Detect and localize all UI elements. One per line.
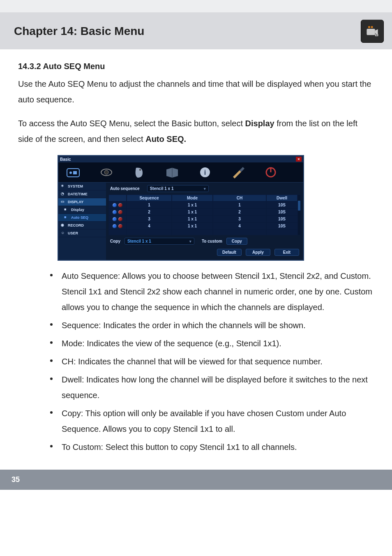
svg-rect-4 [376, 35, 378, 36]
table-row[interactable]: 1 1 x 1 1 10S [108, 202, 297, 208]
svg-point-0 [368, 26, 370, 28]
toolbar-eye-icon[interactable] [96, 165, 117, 180]
cell-seq: 4 [127, 222, 172, 229]
page-footer: 35 [0, 470, 392, 490]
clock-icon: ◔ [61, 192, 66, 197]
table-row[interactable]: 2 1 x 1 2 10S [108, 208, 297, 215]
cell-dwell: 10S [266, 215, 297, 222]
cell-seq: 3 [127, 215, 172, 222]
sidebar-label-user: USER [68, 231, 78, 235]
sidebar-label-display: DISPLAY [68, 200, 83, 204]
section-heading: 14.3.2 Auto SEQ Menu [18, 62, 374, 71]
autoseq-dropdown-value: Stencil 1 x 1 [150, 186, 174, 191]
sidebar-item-user[interactable]: ☺USER [58, 229, 106, 237]
sidebar-item-record[interactable]: ◉RECORD [58, 222, 106, 229]
svg-point-6 [69, 171, 72, 174]
row-dot-icon[interactable] [118, 224, 122, 228]
bullet-title: Mode: [62, 339, 85, 348]
sidebar-item-system[interactable]: ✶SYSTEM [58, 183, 106, 190]
bullet-text: allows you to change the sequence in whi… [62, 303, 324, 312]
sequence-table: Sequence Mode CH Dwell 1 1 x 1 1 [108, 195, 301, 235]
sidebar-label-system: SYSTEM [68, 184, 83, 188]
bullet-title: To Custom: [62, 442, 103, 452]
cell-ch: 1 [213, 202, 266, 208]
default-button[interactable]: Default [217, 249, 242, 256]
cell-mode: 1 x 1 [172, 222, 213, 229]
toolbar-brush-icon[interactable] [228, 165, 248, 180]
ui-sidebar: ✶SYSTEM ◔DATE/TIME ▭DISPLAY ■Display ■Au… [58, 183, 106, 260]
cell-dwell: 10S [266, 202, 297, 208]
toolbar-shapes-icon[interactable] [63, 165, 84, 180]
svg-point-10 [139, 169, 141, 171]
sidebar-label-display-sub: Display [71, 208, 84, 212]
cell-seq: 1 [127, 202, 172, 208]
copy-label: Copy [110, 239, 120, 243]
cell-mode: 1 x 1 [172, 215, 213, 222]
bullet-text: Allows you to choose between Stencil 1x1… [120, 271, 371, 280]
sidebar-label-autoseq-sub: Auto SEQ [71, 215, 88, 220]
row-dot-icon[interactable] [113, 224, 117, 228]
tocustom-label: To custom [202, 239, 222, 243]
col-ch: CH [213, 195, 266, 202]
bullet-autosequence: Auto Sequence: Allows you to choose betw… [48, 268, 374, 317]
exit-button[interactable]: Exit [274, 249, 299, 256]
svg-text:i: i [204, 169, 206, 176]
col-mode: Mode [172, 195, 213, 202]
table-row[interactable]: 3 1 x 1 3 10S [108, 215, 297, 222]
window-titlebar: Basic × [58, 156, 303, 162]
bullet-icon: ■ [64, 215, 69, 220]
monitor-icon: ▭ [61, 199, 66, 204]
cell-dwell: 10S [266, 208, 297, 215]
toolbar-power-icon[interactable] [261, 165, 281, 180]
row-dot-icon[interactable] [113, 217, 117, 221]
bullet-mode: Mode: Indicates the view of the sequence… [48, 336, 374, 354]
autoseq-dropdown[interactable]: Stencil 1 x 1 ▾ [147, 185, 209, 192]
svg-point-9 [104, 170, 108, 174]
bullet-icon: ■ [64, 207, 69, 212]
bullet-text: show each channel in numeric order, one … [160, 287, 344, 296]
table-scrollbar[interactable] [297, 195, 301, 235]
bullet-strong: Stencil 1x1 [62, 287, 102, 296]
description-list: Auto Sequence: Allows you to choose betw… [18, 268, 374, 457]
user-icon: ☺ [61, 231, 66, 236]
col-sequence: Sequence [127, 195, 172, 202]
p2-a: To access the Auto SEQ Menu, select the … [18, 119, 245, 128]
row-dot-icon[interactable] [113, 210, 117, 214]
copy-dropdown[interactable]: Stencil 1 x 1 ▾ [125, 238, 194, 245]
row-dot-icon[interactable] [113, 203, 117, 207]
row-dot-icon[interactable] [118, 217, 122, 221]
sidebar-subitem-autoseq[interactable]: ■Auto SEQ [58, 214, 106, 222]
record-icon: ◉ [61, 223, 66, 228]
svg-rect-2 [367, 29, 375, 35]
sidebar-item-display[interactable]: ▭DISPLAY [58, 198, 106, 206]
row-dot-icon[interactable] [118, 203, 122, 207]
sidebar-subitem-display[interactable]: ■Display [58, 206, 106, 214]
bullet-title: CH: [62, 357, 76, 366]
svg-rect-7 [73, 171, 77, 174]
apply-button[interactable]: Apply [246, 249, 270, 256]
sidebar-item-datetime[interactable]: ◔DATE/TIME [58, 190, 106, 198]
ui-screenshot: Basic × i ✶SYSTEM ◔DATE/TIME [18, 155, 374, 261]
bullet-dwell: Dwell: Indicates how long the channel wi… [48, 372, 374, 405]
scrollbar-thumb[interactable] [298, 201, 300, 211]
bullet-ch: CH: Indicates the channel that will be v… [48, 354, 374, 372]
chapter-header: Chapter 14: Basic Menu [0, 0, 392, 49]
bullet-strong: Stencil 2x2 [120, 287, 160, 296]
intro-paragraph-2: To access the Auto SEQ Menu, select the … [18, 116, 374, 147]
row-dot-icon[interactable] [118, 210, 122, 214]
toolbar-book-icon[interactable] [162, 165, 182, 180]
cell-ch: 3 [213, 215, 266, 222]
toolbar: i [58, 162, 303, 183]
toolbar-info-icon[interactable]: i [195, 165, 215, 180]
col-icons [108, 195, 127, 202]
toolbar-mouse-icon[interactable] [129, 165, 150, 180]
bullet-text: Indicates the channel that will be viewe… [76, 357, 322, 366]
bullet-tocustom: To Custom: Select this button to copy St… [48, 439, 374, 457]
table-row[interactable]: 4 1 x 1 4 10S [108, 222, 297, 229]
bullet-text: and [102, 287, 120, 296]
copy-button[interactable]: Copy [226, 238, 247, 245]
chevron-down-icon: ▾ [204, 187, 206, 191]
bullet-text: Indicates the order in which the channel… [101, 321, 306, 330]
close-button[interactable]: × [296, 157, 302, 162]
bullet-text: Select this button to copy Stencil 1x1 t… [103, 442, 297, 452]
